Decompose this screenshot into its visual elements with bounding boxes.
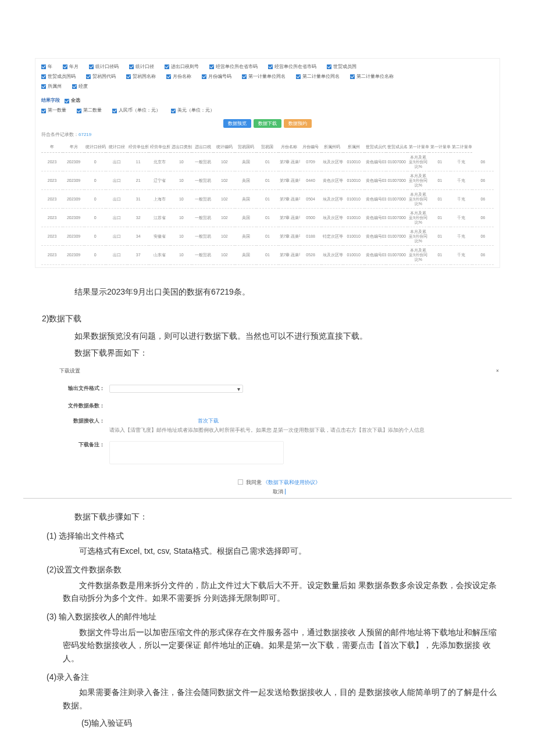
checkbox-icon: [65, 99, 69, 103]
table-cell: 黄色编号036: [365, 190, 386, 209]
filter-checkbox[interactable]: 世贸成员国: [327, 63, 356, 71]
section-2-heading: 2)数据下载: [42, 312, 500, 325]
filter-checkbox[interactable]: 第二计量单位同名: [296, 73, 340, 81]
agreement-link[interactable]: 《数据下载和使用协议》: [263, 479, 320, 485]
checkbox-icon: [129, 65, 134, 69]
table-cell: 102: [213, 153, 235, 171]
table-header: 贸易国: [256, 141, 278, 153]
filter-checkbox[interactable]: 贸易国名称: [126, 73, 156, 81]
preview-button[interactable]: 数据预览: [223, 119, 251, 128]
checkbox-icon: [268, 65, 273, 69]
table-cell: 千克: [451, 153, 472, 171]
table-row: 20232023090出口34安徽省10一般贸易102美国01第7章 蔬菜等01…: [41, 227, 494, 246]
filter-checkbox[interactable]: 人民币（单位：元）: [112, 107, 160, 114]
download-button[interactable]: 数据下载: [254, 119, 281, 128]
table-cell: 埃及次区等: [322, 246, 343, 264]
format-select[interactable]: [109, 385, 243, 393]
table-header: 所属州: [343, 141, 365, 153]
filter-checkbox[interactable]: 经度: [72, 83, 88, 91]
table-cell: 第7章 蔬菜等: [279, 227, 300, 246]
filter-checkbox[interactable]: 所属州: [41, 83, 62, 91]
table-cell: 01: [429, 190, 451, 209]
table-cell: 06: [472, 246, 494, 264]
remark-label: 下载备注：: [64, 441, 105, 449]
filter-checkbox[interactable]: 经营单位所在省市码: [209, 63, 258, 71]
remark-textarea[interactable]: [109, 441, 284, 464]
table-cell: 01007000: [386, 171, 408, 190]
table-cell: 本月及累至9月份同比%: [408, 190, 429, 209]
table-cell: 01: [256, 171, 278, 190]
table-cell: 黄色编号036: [365, 227, 386, 246]
table-cell: 102: [213, 209, 235, 227]
table-cell: 01: [429, 153, 451, 171]
agree-checkbox[interactable]: [238, 479, 243, 485]
format-label: 输出文件格式：: [64, 385, 105, 393]
dialog-title: 下载设置: [59, 367, 80, 375]
filter-checkbox[interactable]: 统计口径码: [89, 63, 119, 71]
filter-checkbox[interactable]: 年: [41, 63, 52, 71]
schedule-button[interactable]: 数据预约: [284, 119, 312, 128]
close-icon[interactable]: ×: [496, 367, 499, 375]
filter-checkbox[interactable]: 月份名称: [166, 73, 191, 81]
filter-checkbox[interactable]: 进出口税则号: [165, 63, 199, 71]
table-header: 经营单位所在省市码: [127, 141, 149, 153]
table-cell: 埃及次区等: [322, 153, 343, 171]
table-header: 世贸成员代码: [365, 141, 386, 153]
table-cell: 102: [213, 227, 235, 246]
table-cell: 山东省: [149, 246, 170, 264]
step-body: 如果需要备注则录入备注，备注会随同数据文件一起发送给数据接收人，目的 是数据接收…: [63, 686, 500, 712]
table-cell: 一般贸易: [192, 153, 213, 171]
filter-checkbox[interactable]: 年月: [63, 63, 79, 71]
table-cell: 江苏省: [149, 209, 170, 227]
result-fields-label: 结果字段: [41, 97, 60, 105]
table-cell: 102: [213, 190, 235, 209]
filter-checkbox[interactable]: 统计口径: [129, 63, 154, 71]
checkbox-icon: [41, 65, 46, 69]
filter-checkbox[interactable]: 月份编号码: [202, 73, 231, 81]
select-all-checkbox[interactable]: 全选: [65, 97, 80, 105]
checkbox-icon: [350, 74, 355, 79]
checkbox-icon: [165, 65, 169, 69]
table-cell: 01: [256, 209, 278, 227]
filter-checkbox[interactable]: 第二计量单位名称: [350, 73, 394, 81]
filter-checkbox[interactable]: 第一数量: [41, 107, 66, 114]
filter-checkbox[interactable]: 世贸成员国码: [41, 73, 76, 81]
checkbox-icon: [126, 74, 131, 79]
checkbox-icon: [63, 65, 67, 69]
table-cell: 第7章 蔬菜等: [279, 153, 300, 171]
first-download-link[interactable]: 首次下载: [198, 418, 219, 424]
table-cell: 01: [429, 246, 451, 264]
step-heading: (1) 选择输出文件格式: [47, 529, 500, 542]
table-cell: 202309: [63, 190, 84, 209]
table-header: 进出口税: [192, 141, 213, 153]
table-cell: 01007000: [386, 153, 408, 171]
checkbox-icon: [209, 65, 214, 69]
table-header: 月份名称: [279, 141, 300, 153]
table-cell: 06: [472, 171, 494, 190]
table-cell: 010010: [343, 209, 365, 227]
table-cell: 本月及累至9月份同比%: [408, 209, 429, 227]
step-heading: (3) 输入数据接收人的邮件地址: [47, 610, 500, 623]
table-cell: 一般贸易: [192, 190, 213, 209]
filter-checkbox[interactable]: 经营单位所在省市码: [268, 63, 316, 71]
filter-checkbox[interactable]: 美元（单位：元）: [171, 107, 215, 114]
table-cell: 2023: [41, 171, 63, 190]
table-cell: 出口: [106, 153, 127, 171]
filter-checkbox[interactable]: 贸易国代码: [86, 73, 116, 81]
table-cell: 0: [84, 246, 106, 264]
table-cell: 34: [127, 227, 149, 246]
table-cell: 010010: [343, 227, 365, 246]
table-header: 年: [41, 141, 63, 153]
table-header: 第一计量单位代码: [408, 141, 429, 153]
table-cell: 2023: [41, 153, 63, 171]
table-cell: 一般贸易: [192, 227, 213, 246]
table-cell: 特定次区等: [322, 227, 343, 246]
checkbox-icon: [41, 84, 46, 89]
table-cell: 01: [256, 227, 278, 246]
filter-checkbox[interactable]: 第二数量: [77, 107, 102, 114]
filter-checkbox[interactable]: 第一计量单位同名: [242, 73, 286, 81]
table-cell: 10: [170, 246, 192, 264]
table-cell: 第7章 蔬菜等: [279, 246, 300, 264]
cancel-button[interactable]: 取消: [58, 488, 500, 496]
table-header: 世贸成员名称: [386, 141, 408, 153]
